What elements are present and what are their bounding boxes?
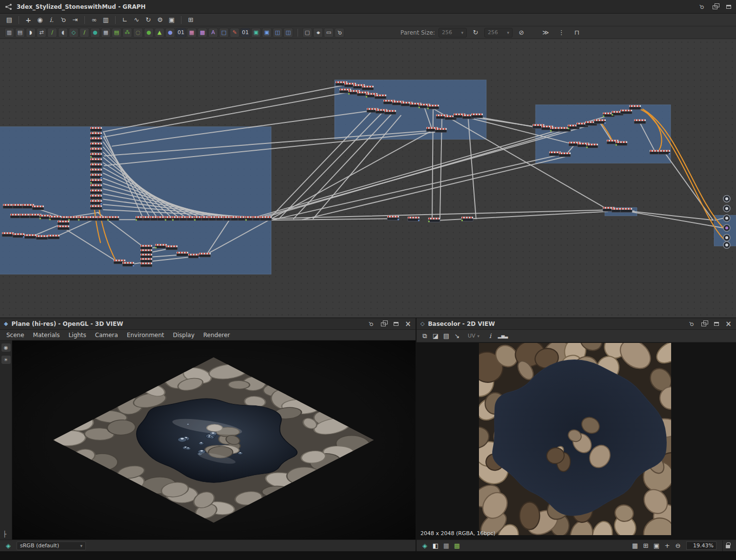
menu-camera[interactable]: Camera	[91, 332, 122, 339]
graph-tools-button[interactable]: ⚙	[155, 15, 165, 25]
parent-height-select[interactable]: 256	[484, 28, 513, 38]
close-icon[interactable]: ×	[404, 320, 412, 327]
pan-view-button[interactable]: +	[23, 15, 34, 25]
menu-materials[interactable]: Materials	[29, 332, 64, 339]
text-node-button[interactable]: A	[208, 28, 218, 38]
normal-map-node-button[interactable]: ●	[165, 28, 175, 38]
panel-a-node-button[interactable]: ◫	[273, 28, 282, 38]
snap-toggle-icon: ⊞	[643, 542, 649, 549]
pattern-pink-node-button[interactable]: ▦	[187, 28, 197, 38]
relative-to-parent-icon[interactable]: ↻	[470, 27, 481, 38]
viewport-2d[interactable]: 2048 x 2048 (RGBA, 16bpc)	[417, 342, 736, 540]
background-toggle-button[interactable]: ◧	[430, 540, 441, 551]
zoom-out-button[interactable]: ⊖	[673, 540, 683, 551]
viewport-3d[interactable]	[12, 340, 416, 540]
save-image-button[interactable]: ◪	[430, 331, 441, 341]
no-stretch-icon[interactable]: ⊘	[516, 27, 527, 38]
fit-view-button[interactable]: ▣	[651, 540, 662, 551]
pin-icon[interactable]	[698, 3, 705, 10]
node-info-button[interactable]: i.	[46, 15, 57, 25]
channels-grayscale-button[interactable]: ▦	[441, 540, 452, 551]
light-presets-button[interactable]: ☀	[1, 356, 11, 364]
link-creation-mode-button[interactable]: ∞	[89, 15, 99, 25]
close-icon[interactable]: ×	[725, 320, 732, 327]
menu-renderer[interactable]: Renderer	[199, 332, 235, 339]
recompute-graph-button[interactable]: ↻	[143, 15, 154, 25]
colorspace-select[interactable]: sRGB (default)	[17, 541, 86, 550]
pattern-violet-node-button[interactable]: ▩	[198, 28, 207, 38]
safe-transform-node-button[interactable]: ▣	[251, 28, 261, 38]
curve-node-button[interactable]: ∕	[47, 28, 57, 38]
export-outputs-button[interactable]: ⇥	[70, 15, 80, 25]
pin-icon[interactable]	[688, 320, 695, 327]
zoom-level-input[interactable]: 19.43%	[686, 541, 716, 550]
parent-width-select[interactable]: 256	[438, 28, 467, 38]
blur-node-button[interactable]: ◗	[26, 28, 36, 38]
layers-button[interactable]: ◈	[419, 540, 430, 551]
lock-zoom-button[interactable]	[722, 540, 733, 551]
new-resource-node-button[interactable]: ▤	[112, 28, 121, 38]
maximize-icon[interactable]	[714, 322, 719, 326]
pin-node-button[interactable]: ⚲	[335, 28, 344, 38]
dot-node-button[interactable]: -●-	[313, 28, 323, 38]
maximize-icon[interactable]	[394, 322, 398, 326]
paint-node-button[interactable]: ✎	[230, 28, 239, 38]
show-connections-button[interactable]: ≫	[540, 27, 551, 38]
shape-node-button[interactable]: ●	[144, 28, 154, 38]
dock-selection-button[interactable]: ▥	[100, 15, 111, 25]
float-window-icon[interactable]	[701, 320, 708, 327]
menu-lights[interactable]: Lights	[64, 332, 91, 339]
frame-node-icon: ▭	[326, 29, 331, 36]
histogram-scan-button[interactable]: ▥	[4, 28, 14, 38]
dirt-node-button[interactable]: ◌	[133, 28, 143, 38]
transform-node-button[interactable]: ◇	[69, 28, 79, 38]
camera-presets-button[interactable]: ◉	[1, 343, 11, 352]
menu-scene[interactable]: Scene	[2, 332, 29, 339]
tile-sampler-node-button[interactable]: ▦	[101, 28, 111, 38]
slope-blur-node-button[interactable]: ∕	[80, 28, 89, 38]
pan-image-button[interactable]: +	[662, 540, 673, 551]
shuffle-node-button[interactable]: ⇄	[37, 28, 46, 38]
export-image-button[interactable]: ↘	[452, 331, 462, 341]
parent-size-control: Parent Size: 256 ↻ 256 ⊘	[400, 27, 527, 38]
thumbnail-display-button[interactable]: ⋮	[556, 27, 567, 38]
present-in-view-button[interactable]: ▣	[166, 15, 177, 25]
menu-environment[interactable]: Environment	[122, 332, 169, 339]
tiling-toggle-button[interactable]: ▦	[630, 540, 640, 551]
open-image-button[interactable]: ▤	[441, 331, 452, 341]
scatter-node-button[interactable]: ⁂	[122, 28, 132, 38]
value-processor-node-button[interactable]: 01	[240, 28, 250, 38]
curved-links-button[interactable]: ∿	[131, 15, 142, 25]
capture-thumbnail-button[interactable]: ◉	[35, 15, 45, 25]
pyramid-node-button[interactable]: ▲	[155, 28, 164, 38]
frame-node-button[interactable]: ▭	[324, 28, 334, 38]
maximize-icon[interactable]	[726, 5, 731, 9]
grayscale-conversion-node-button[interactable]: 01	[176, 28, 186, 38]
snap-grid-button[interactable]: ⊞	[185, 15, 196, 25]
compact-material-button[interactable]: ⊓	[572, 27, 582, 38]
image-info-button[interactable]: i	[485, 331, 496, 341]
comment-node-button[interactable]: ▢	[302, 28, 312, 38]
float-window-icon[interactable]	[380, 320, 388, 327]
straight-links-button[interactable]: ∟	[119, 15, 130, 25]
uv-mode-select[interactable]: UV	[464, 331, 483, 341]
panel-b-node-button[interactable]: ◫	[283, 28, 293, 38]
float-window-icon[interactable]	[712, 3, 719, 10]
copy-to-clipboard-button[interactable]: ⧉	[419, 331, 430, 341]
bitmap-node-button[interactable]: ▤	[15, 28, 25, 38]
crop-node-button[interactable]: □	[219, 28, 229, 38]
shape-circle-node-button[interactable]: ●	[90, 28, 100, 38]
image-input-node-button[interactable]: ▣	[262, 28, 272, 38]
new-graph-button[interactable]: ▤	[4, 15, 15, 25]
channels-color-button[interactable]: ▩	[452, 540, 462, 551]
search-nodes-button[interactable]: ⚲	[58, 15, 69, 25]
histogram-button[interactable]: ▂▅▃	[497, 331, 508, 341]
node-graph-canvas[interactable]	[0, 39, 736, 318]
pin-icon[interactable]	[367, 320, 375, 327]
blur-hq-node-button[interactable]: ◖	[58, 28, 68, 38]
menu-display[interactable]: Display	[169, 332, 199, 339]
snap-toggle-button[interactable]: ⊞	[640, 540, 651, 551]
layers-icon[interactable]: ◈	[3, 540, 14, 551]
scene-tree-toggle-icon[interactable]: ├	[3, 531, 6, 538]
shuffle-node-icon: ⇄	[39, 29, 43, 36]
